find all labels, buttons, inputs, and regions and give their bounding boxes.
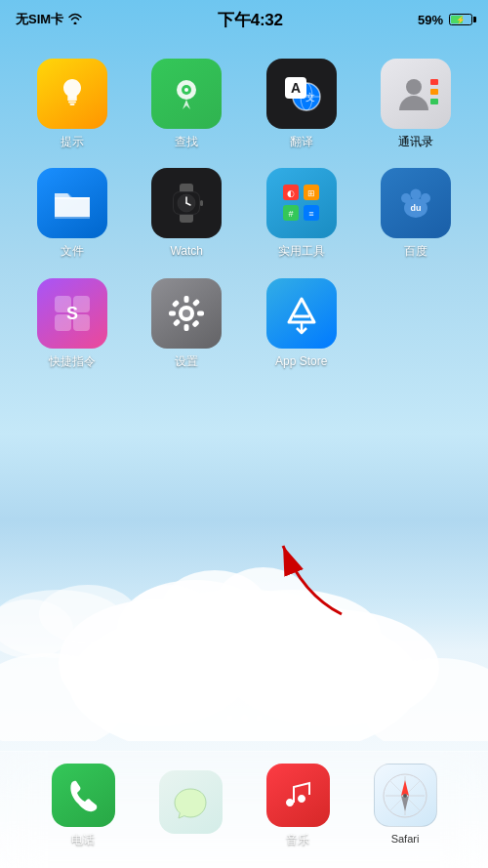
svg-rect-29	[430, 89, 438, 95]
watermark: jituyam.baidu.com	[412, 853, 483, 863]
svg-rect-30	[430, 99, 438, 104]
app-reminders[interactable]: 提示	[20, 59, 125, 148]
app-utilities[interactable]: ◐ ⊞ # ≡ 实用工具	[249, 168, 354, 258]
svg-rect-64	[172, 300, 180, 308]
svg-rect-66	[173, 318, 181, 326]
svg-rect-17	[69, 103, 74, 105]
svg-text:S: S	[66, 304, 78, 323]
status-bar: 无SIM卡 下午4:32 59% ⚡	[0, 0, 488, 39]
app-label-shortcuts: 快捷指令	[49, 354, 96, 368]
svg-point-31	[406, 79, 422, 95]
svg-point-9	[215, 567, 312, 641]
app-icon-utilities: ◐ ⊞ # ≡	[266, 168, 337, 238]
svg-point-49	[401, 193, 411, 203]
svg-rect-62	[169, 310, 176, 315]
app-icon-files	[37, 168, 107, 238]
svg-text:文: 文	[305, 92, 315, 103]
app-label-appstore: App Store	[275, 354, 327, 368]
battery-percentage: 59%	[418, 13, 443, 27]
svg-rect-39	[200, 200, 203, 206]
status-left: 无SIM卡	[16, 11, 83, 28]
svg-text:A: A	[291, 80, 301, 96]
app-icon-settings	[151, 278, 222, 349]
page-dot-3	[256, 715, 263, 722]
svg-rect-15	[67, 99, 77, 101]
svg-text:≡: ≡	[308, 209, 313, 219]
svg-point-51	[421, 193, 430, 203]
dock-icon-phone	[52, 764, 115, 827]
app-contacts[interactable]: 通讯录	[364, 59, 469, 148]
app-files[interactable]: 文件	[20, 168, 125, 258]
app-appstore[interactable]: App Store	[249, 278, 354, 368]
app-icon-shortcuts: S	[37, 278, 107, 349]
app-baidu[interactable]: du 百度	[364, 168, 469, 258]
svg-rect-16	[68, 102, 76, 103]
app-label-watch: Watch	[170, 244, 203, 258]
dock-label-phone: 电话	[71, 833, 95, 847]
svg-text:du: du	[411, 203, 422, 213]
app-label-utilities: 实用工具	[278, 244, 325, 258]
svg-text:#: #	[288, 209, 293, 219]
svg-point-50	[411, 189, 422, 200]
app-icon-watch	[151, 168, 222, 238]
dock-messages[interactable]	[159, 770, 223, 840]
app-label-baidu: 百度	[404, 244, 427, 258]
app-label-settings: 设置	[175, 354, 198, 368]
clouds	[0, 448, 488, 741]
app-watch[interactable]: Watch	[135, 168, 240, 258]
page-dots	[0, 715, 488, 722]
svg-point-10	[127, 585, 215, 653]
status-right: 59% ⚡	[418, 13, 472, 27]
svg-rect-65	[192, 319, 200, 327]
dock-icon-messages	[159, 770, 223, 834]
svg-point-20	[184, 88, 188, 92]
svg-point-13	[39, 585, 137, 643]
svg-rect-61	[184, 324, 189, 331]
dock-music[interactable]: 音乐	[266, 764, 330, 847]
app-icon-baidu: du	[381, 168, 451, 238]
dock-label-safari: Safari	[391, 833, 420, 846]
page-dot-1	[226, 715, 233, 722]
app-settings[interactable]: 设置	[135, 278, 240, 368]
app-grid: 提示 查找 A	[0, 49, 488, 378]
dock-phone[interactable]: 电话	[52, 764, 115, 847]
charging-icon: ⚡	[456, 16, 466, 24]
app-label-files: 文件	[61, 244, 84, 258]
dock-icon-safari	[374, 764, 437, 827]
carrier-label: 无SIM卡	[16, 11, 63, 28]
dock-icon-music	[266, 764, 330, 827]
app-label-contacts: 通讯录	[398, 135, 433, 148]
svg-rect-63	[197, 310, 204, 315]
app-icon-reminders	[37, 59, 107, 129]
app-find[interactable]: 查找	[135, 59, 240, 148]
app-icon-translate: A 文	[266, 59, 337, 129]
app-icon-appstore	[266, 278, 337, 349]
page-dot-2	[241, 715, 248, 722]
app-icon-find	[151, 59, 222, 129]
app-label-reminders: 提示	[61, 135, 84, 148]
wifi-icon	[67, 13, 83, 27]
app-label-find: 查找	[175, 135, 198, 148]
svg-text:◐: ◐	[287, 188, 295, 198]
svg-text:⊞: ⊞	[307, 188, 315, 198]
app-label-translate: 翻译	[290, 135, 313, 148]
svg-rect-60	[184, 296, 189, 303]
svg-marker-76	[401, 780, 409, 796]
svg-marker-77	[401, 796, 409, 811]
svg-rect-28	[430, 79, 438, 85]
clock: 下午4:32	[218, 9, 282, 31]
dock-safari[interactable]: Safari	[374, 764, 437, 846]
app-icon-contacts	[381, 59, 451, 129]
svg-point-78	[403, 794, 407, 798]
app-empty-slot	[364, 278, 469, 368]
app-shortcuts[interactable]: S 快捷指令	[20, 278, 125, 368]
dock: 电话 音乐	[0, 751, 488, 868]
svg-rect-67	[192, 299, 200, 307]
app-translate[interactable]: A 文 翻译	[249, 59, 354, 148]
svg-point-59	[183, 310, 190, 317]
battery-icon: ⚡	[449, 14, 472, 25]
dock-label-music: 音乐	[286, 833, 309, 847]
